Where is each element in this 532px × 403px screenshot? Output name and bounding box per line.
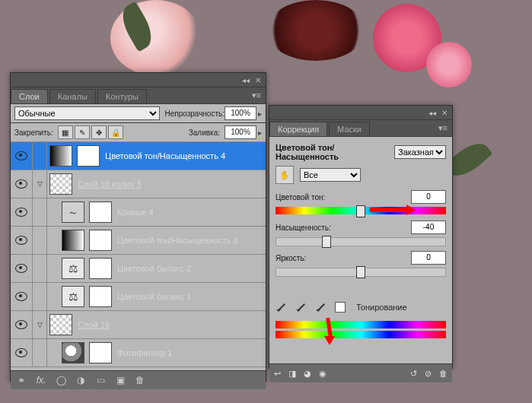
layer-name[interactable]: Цветовой тон/Насыщенность 4: [102, 151, 266, 160]
layer-row[interactable]: ～ Кривые 4: [11, 198, 266, 227]
add-mask-icon[interactable]: ◯: [55, 374, 67, 386]
previous-state-icon[interactable]: ↺: [410, 369, 417, 379]
fill-arrow-icon[interactable]: ▸: [258, 129, 262, 137]
layer-thumb-icon[interactable]: [49, 145, 72, 167]
expand-icon[interactable]: ▽: [33, 170, 47, 198]
layer-mask-icon[interactable]: [89, 258, 112, 279]
saturation-slider[interactable]: [276, 237, 446, 245]
lock-position-icon[interactable]: ✥: [91, 125, 107, 139]
delete-adjustment-icon[interactable]: 🗑: [439, 369, 448, 378]
opacity-input[interactable]: 100%: [225, 106, 256, 120]
visibility-icon[interactable]: [15, 151, 27, 160]
targeted-adjust-icon[interactable]: ✋: [276, 166, 294, 184]
fill-input[interactable]: 100%: [225, 125, 256, 139]
visibility-icon[interactable]: [15, 208, 27, 217]
colorize-checkbox[interactable]: [335, 302, 346, 313]
layer-thumb-icon[interactable]: [62, 230, 84, 251]
layer-row[interactable]: Цветовой тон/Насыщенность 3: [11, 227, 266, 255]
layer-thumb-icon[interactable]: ⚖: [62, 258, 84, 279]
saturation-input[interactable]: -40: [411, 221, 446, 234]
layer-name[interactable]: Слой 16: [75, 320, 266, 329]
lock-pixels-icon[interactable]: ✎: [75, 125, 90, 139]
link-layers-icon[interactable]: ⚭: [15, 374, 27, 386]
layer-list: Цветовой тон/Насыщенность 4 ▽ Слой 18 ко…: [11, 142, 266, 370]
layer-thumb-icon[interactable]: [49, 173, 72, 195]
toggle-visibility-icon[interactable]: ◉: [319, 369, 327, 379]
visibility-icon[interactable]: [15, 236, 27, 245]
visibility-icon[interactable]: [15, 348, 27, 357]
layer-thumb-icon[interactable]: [62, 342, 84, 363]
eyedropper-subtract-icon[interactable]: [315, 301, 327, 313]
layer-mask-icon[interactable]: [89, 286, 112, 307]
lock-transparency-icon[interactable]: ▦: [58, 125, 73, 139]
eyedropper-add-icon[interactable]: [295, 301, 307, 313]
layer-name[interactable]: Кривые 4: [114, 208, 266, 217]
delete-layer-icon[interactable]: 🗑: [134, 374, 146, 386]
layer-mask-icon[interactable]: [89, 202, 112, 223]
reset-icon[interactable]: ⊘: [425, 369, 432, 379]
slider-knob[interactable]: [356, 266, 365, 278]
layer-row[interactable]: Фотофильтр 1: [11, 339, 266, 367]
visibility-icon[interactable]: [15, 292, 27, 301]
layer-mask-icon[interactable]: [77, 145, 100, 167]
visibility-icon[interactable]: [15, 264, 27, 273]
lock-all-icon[interactable]: 🔒: [108, 125, 123, 139]
tab-paths[interactable]: Контуры: [97, 89, 147, 103]
layer-mask-icon[interactable]: [89, 342, 112, 363]
lightness-input[interactable]: 0: [411, 251, 446, 265]
tab-masks[interactable]: Маски: [329, 122, 370, 136]
layer-name[interactable]: Слой 18 копия 3: [75, 179, 266, 189]
layer-name[interactable]: Цветовой тон/Насыщенность 3: [114, 236, 266, 245]
slider-knob[interactable]: [356, 205, 365, 217]
blend-mode-select[interactable]: Обычные: [14, 106, 160, 120]
visibility-icon[interactable]: [15, 179, 27, 189]
hue-slider[interactable]: [276, 207, 446, 214]
layers-titlebar[interactable]: ◂◂ ✕: [11, 73, 266, 87]
tab-adjustments[interactable]: Коррекция: [269, 122, 327, 136]
close-icon[interactable]: ✕: [440, 108, 449, 117]
tab-layers[interactable]: Слои: [11, 89, 48, 103]
layer-name[interactable]: Цветовой баланс 2: [114, 264, 266, 273]
layer-row[interactable]: ▽ Слой 18 копия 3: [11, 170, 266, 198]
expand-view-icon[interactable]: ◨: [288, 369, 296, 379]
fx-icon[interactable]: fx.: [35, 374, 47, 386]
return-icon[interactable]: ↩: [274, 369, 281, 379]
panel-menu-icon[interactable]: ▾≡: [434, 122, 452, 136]
layer-row[interactable]: ⚖ Цветовой баланс 1: [11, 283, 266, 311]
panel-menu-icon[interactable]: ▾≡: [247, 89, 266, 103]
hue-input[interactable]: 0: [411, 190, 446, 204]
opacity-arrow-icon[interactable]: ▸: [258, 109, 262, 118]
layer-thumb-icon[interactable]: [49, 314, 72, 335]
clip-to-layer-icon[interactable]: ◕: [304, 369, 311, 379]
adjust-titlebar[interactable]: ◂◂ ✕: [269, 106, 452, 120]
link-col[interactable]: [33, 142, 47, 170]
collapse-icon[interactable]: ◂◂: [428, 108, 437, 117]
layer-row[interactable]: ⚖ Цветовой баланс 2: [11, 255, 266, 283]
lock-row: Закрепить: ▦ ✎ ✥ 🔒 Заливка: 100% ▸: [11, 123, 266, 142]
new-layer-icon[interactable]: ▣: [114, 374, 126, 386]
slider-knob[interactable]: [322, 236, 331, 248]
layer-thumb-icon[interactable]: ～: [62, 202, 84, 223]
layers-panel: ◂◂ ✕ Слои Каналы Контуры ▾≡ Обычные Непр…: [10, 72, 266, 382]
preset-select[interactable]: Заказная: [394, 145, 446, 159]
adjustment-title: Цветовой тон/Насыщенность: [276, 143, 394, 161]
layer-mask-icon[interactable]: [89, 230, 112, 251]
lightness-slider[interactable]: [276, 268, 446, 275]
new-adjustment-icon[interactable]: ◑: [75, 374, 87, 386]
tab-channels[interactable]: Каналы: [49, 89, 96, 103]
eyedropper-icon[interactable]: [276, 301, 288, 313]
new-group-icon[interactable]: ▭: [94, 374, 107, 386]
range-select[interactable]: Все: [300, 168, 361, 182]
hue-label: Цветовой тон:: [276, 193, 325, 202]
layers-tabs: Слои Каналы Контуры ▾≡: [11, 87, 266, 104]
layer-row[interactable]: ▽ Слой 16: [11, 311, 266, 339]
saturation-label: Насыщенность:: [276, 224, 331, 232]
layer-name[interactable]: Цветовой баланс 1: [114, 292, 266, 301]
layer-name[interactable]: Фотофильтр 1: [114, 348, 266, 357]
expand-icon[interactable]: ▽: [33, 311, 47, 338]
layer-thumb-icon[interactable]: ⚖: [62, 286, 84, 307]
visibility-icon[interactable]: [15, 320, 27, 329]
layer-row[interactable]: Цветовой тон/Насыщенность 4: [11, 142, 266, 170]
close-icon[interactable]: ✕: [253, 75, 263, 84]
collapse-icon[interactable]: ◂◂: [241, 75, 250, 84]
